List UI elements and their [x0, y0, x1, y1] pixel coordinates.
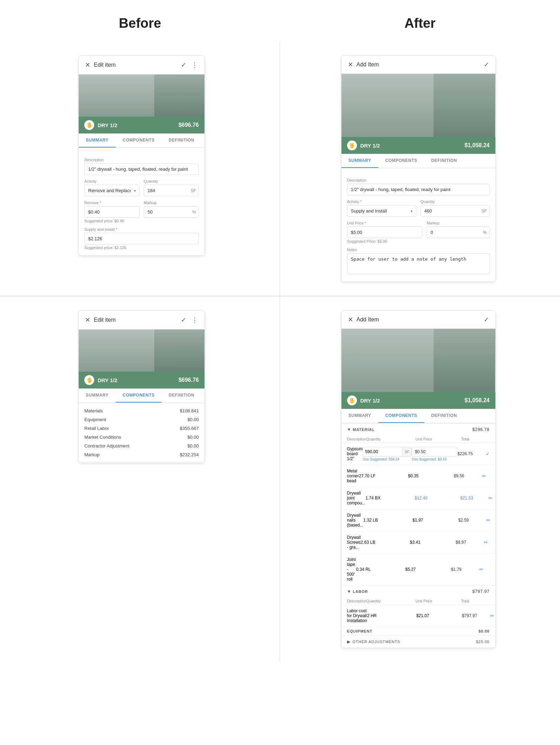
- row-edit-icon[interactable]: ✏: [482, 473, 493, 479]
- list-item: Equipment $0.00: [84, 415, 199, 424]
- tabs: SUMMARY COMPONENTS DEFINITION: [79, 133, 204, 148]
- bottom-before-tab-definition[interactable]: DEFINITION: [162, 388, 201, 403]
- close-icon[interactable]: ✕: [85, 61, 90, 69]
- bottom-before-image: [79, 329, 204, 372]
- supply-group: Supply and Install * Suggested price: $2…: [84, 227, 199, 250]
- top-after-panel: ✕ Add Item ✓ 🖐: [280, 41, 560, 296]
- after-quantity-wrapper: SF: [421, 205, 490, 217]
- bottom-after-close-icon[interactable]: ✕: [348, 316, 353, 324]
- after-close-icon[interactable]: ✕: [348, 61, 353, 68]
- after-tab-components[interactable]: COMPONENTS: [378, 154, 424, 168]
- after-tab-definition[interactable]: DEFINITION: [424, 154, 464, 168]
- after-notes-label: Notes: [347, 248, 490, 252]
- after-unit-price-input[interactable]: [347, 227, 423, 238]
- material-table-header: Description Quantity Unit Price Total: [341, 436, 495, 443]
- labor-col-action: [489, 599, 496, 603]
- list-item: Markup $232.254: [84, 450, 199, 459]
- row-edit-icon[interactable]: ✏: [486, 517, 495, 523]
- row-desc: Drywall Screws - gra...: [347, 535, 361, 550]
- bottom-after-check-icon[interactable]: ✓: [484, 316, 489, 324]
- after-activity-select[interactable]: Supply and Install: [347, 205, 416, 217]
- after-description-label: Description: [347, 178, 490, 182]
- labor-col-unit-price: Unit Price: [416, 599, 461, 603]
- row-edit-icon[interactable]: ✏: [479, 567, 490, 572]
- after-tab-summary[interactable]: SUMMARY: [341, 154, 378, 168]
- use-suggested-price[interactable]: Use Suggested: $0.43: [412, 457, 457, 461]
- row-desc: Drywall nails (based...: [347, 513, 364, 528]
- comp-markup-label: Markup: [84, 452, 99, 457]
- supply-suggested: Suggested price: $2.126: [84, 246, 199, 250]
- bottom-after-image: [341, 329, 495, 392]
- tab-components[interactable]: COMPONENTS: [116, 133, 162, 148]
- activity-select[interactable]: Remove and Replace: [84, 185, 139, 196]
- after-price-markup-row: Unit Price * Suggested Price: $5.00 Mark…: [347, 221, 490, 243]
- after-markup-input[interactable]: [426, 227, 489, 238]
- other-adj-expand-icon[interactable]: ▶: [347, 639, 351, 644]
- row-unit-price: $1.97: [412, 518, 458, 523]
- bottom-before-banner-price: $696.76: [178, 377, 199, 383]
- material-chevron[interactable]: ▼ MATERIAL: [347, 427, 375, 432]
- table-row: Gypsum board 1/2" 590.00 SF Use Suggeste…: [341, 443, 495, 465]
- qty-input-box: 590.00 SF: [363, 447, 412, 457]
- banner-name: DRY 1/2: [98, 122, 117, 128]
- after-check-icon[interactable]: ✓: [484, 61, 489, 68]
- after-card-title: Add Item: [357, 61, 379, 68]
- top-after-card: ✕ Add Item ✓ 🖐: [341, 55, 496, 282]
- tab-summary[interactable]: SUMMARY: [79, 133, 116, 148]
- bottom-before-close-icon[interactable]: ✕: [85, 316, 90, 324]
- unit-price-input[interactable]: [412, 447, 457, 457]
- equipment-section: EQUIPMENT $0.00: [341, 627, 495, 635]
- bottom-before-tab-components[interactable]: COMPONENTS: [116, 388, 162, 403]
- supply-input[interactable]: [84, 233, 199, 244]
- row-desc: Drywall joint compou...: [347, 491, 366, 505]
- bottom-before-more-icon[interactable]: ⋮: [191, 316, 198, 324]
- table-row: Labor cost for Drywall Installation 2 HR…: [341, 605, 495, 627]
- use-suggested-qty[interactable]: Use Suggested: 558.24: [363, 457, 412, 461]
- after-unit-price-suggested: Suggested Price: $5.00: [347, 239, 423, 243]
- bottom-after-banner: 🖐 DRY 1/2 $1,058.24: [341, 392, 495, 409]
- card-header: ✕ Edit item ✓ ⋮: [79, 56, 204, 74]
- row-edit-icon[interactable]: ✏: [488, 495, 495, 501]
- bottom-after-tab-summary[interactable]: SUMMARY: [341, 409, 378, 423]
- bottom-after-tab-components[interactable]: COMPONENTS: [378, 409, 424, 423]
- row-unit-price-blue: $12.40: [415, 496, 460, 501]
- bottom-after-banner-price: $1,058.24: [464, 397, 489, 404]
- tab-definition[interactable]: DEFINITION: [162, 133, 201, 148]
- after-header-icons: ✓: [484, 61, 489, 68]
- after-description-input[interactable]: [347, 184, 490, 195]
- description-input[interactable]: [84, 163, 199, 175]
- comp-labor-value: $355.667: [180, 426, 199, 431]
- more-icon[interactable]: ⋮: [191, 61, 198, 69]
- labor-row-edit-icon[interactable]: ✏: [490, 613, 496, 619]
- comp-materials-label: Materials: [84, 408, 103, 413]
- after-form-content: Description Activity * Supply and Instal…: [341, 168, 495, 281]
- row-edit-icon[interactable]: ✏: [484, 540, 494, 545]
- labor-row-total: $797.97: [462, 613, 490, 618]
- bottom-before-tab-summary[interactable]: SUMMARY: [79, 388, 116, 403]
- other-adjustments-section: ▶ OTHER ADJUSTMENTS $25.00: [341, 635, 495, 648]
- list-item: Materials $108.841: [84, 406, 199, 415]
- qty-value[interactable]: 590.00: [363, 449, 402, 454]
- after-label: After: [280, 0, 560, 41]
- labor-chevron[interactable]: ▼ LABOR: [347, 589, 368, 594]
- quantity-unit: SF: [191, 188, 196, 193]
- after-tabs: SUMMARY COMPONENTS DEFINITION: [341, 154, 495, 168]
- check-icon[interactable]: ✓: [181, 61, 186, 69]
- bottom-before-check-icon[interactable]: ✓: [181, 316, 186, 324]
- after-quantity-label: Quantity: [421, 200, 490, 204]
- collapse-arrow-icon: ▼: [347, 427, 352, 432]
- bottom-after-tabs: SUMMARY COMPONENTS DEFINITION: [341, 409, 495, 423]
- bottom-after-tab-definition[interactable]: DEFINITION: [424, 409, 464, 423]
- col-total: Total: [461, 437, 489, 441]
- after-quantity-input[interactable]: [421, 205, 490, 217]
- row-action-check-icon[interactable]: ✓: [486, 451, 495, 457]
- comp-labor-label: Retail Labor: [84, 426, 109, 431]
- bottom-before-banner-left: 🖐 DRY 1/2: [84, 375, 117, 385]
- remove-input[interactable]: [84, 206, 139, 218]
- markup-input[interactable]: [144, 206, 199, 218]
- labor-title-row: ▼ LABOR $797.97: [341, 586, 495, 597]
- green-banner: 🖐 DRY 1/2 $696.76: [79, 117, 204, 133]
- after-notes-group: Notes Space for user to add a note of an…: [347, 248, 490, 276]
- after-notes-textarea[interactable]: Space for user to add a note of any leng…: [347, 253, 490, 274]
- banner-icon: 🖐: [84, 120, 94, 130]
